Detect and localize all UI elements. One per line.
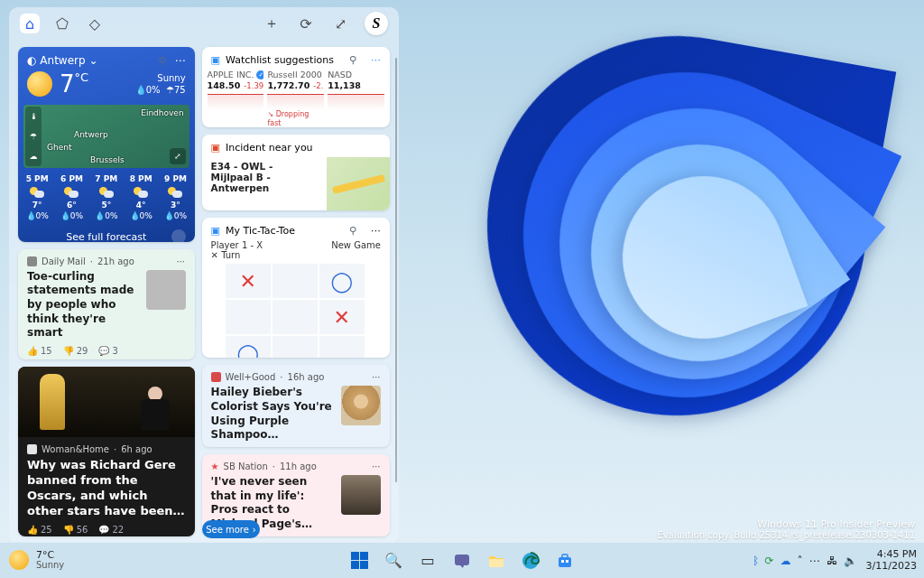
news-thumbnail	[341, 386, 381, 425]
svg-rect-5	[561, 560, 564, 563]
cell[interactable]	[319, 336, 365, 358]
cell[interactable]	[273, 336, 318, 358]
svg-rect-0	[455, 555, 469, 565]
dislike-button[interactable]: 👎 56	[63, 525, 88, 535]
search-button[interactable]: 🔍	[379, 546, 408, 575]
map-expand-icon[interactable]: ⤢	[170, 148, 186, 164]
weather-map-tools[interactable]: 🌡☂☁	[25, 107, 42, 166]
cell[interactable]: ✕	[319, 300, 365, 334]
cell[interactable]	[273, 300, 318, 334]
news-title: Why was Richard Gere banned from the Osc…	[27, 458, 186, 519]
weather-hourly-forecast: 5 PM7°💧0% 6 PM6°💧0% 7 PM5°💧0% 8 PM4°💧0% …	[18, 170, 195, 226]
weather-provider-icon: ◐	[27, 54, 36, 67]
tictactoe-widget[interactable]: ▣My Tic-Tac-Toe⚲⋯ Player 1 - X✕ TurnNew …	[202, 218, 390, 358]
sun-icon	[9, 550, 29, 570]
tray-overflow-icon[interactable]: ⋯	[809, 555, 820, 567]
see-more-button[interactable]: See more ›	[202, 520, 260, 538]
watchlist-widget[interactable]: ▣Watchlist suggestions⚲⋯ APPLE INC.✓ 148…	[202, 47, 390, 127]
news-card[interactable]: Well+Good · 16h ago⋯ Hailey Bieber's Col…	[202, 365, 390, 447]
news-title: Hailey Bieber's Colorist Says You're Usi…	[211, 386, 334, 442]
widgets-plants-button[interactable]: ⬠	[52, 14, 72, 33]
dislike-button[interactable]: 👎 29	[63, 346, 88, 356]
widgets-scrollbar[interactable]	[395, 58, 397, 482]
widgets-tag-button[interactable]: ◇	[85, 14, 105, 33]
chevron-down-icon[interactable]: ⌄	[89, 54, 98, 67]
sync-icon[interactable]: ⟳	[765, 555, 774, 567]
onedrive-icon[interactable]: ☁	[781, 555, 791, 567]
network-icon[interactable]: 🖧	[827, 555, 837, 567]
widgets-expand-button[interactable]: ⤢	[330, 14, 350, 33]
store-button[interactable]	[550, 546, 579, 575]
chat-button[interactable]	[448, 546, 476, 575]
taskview-button[interactable]: ▭	[413, 546, 442, 575]
clock[interactable]: 4:45 PM 3/11/2023	[866, 549, 917, 571]
weather-map[interactable]: 🌡☂☁ Eindhoven Antwerp Ghent Brussels ⤢	[23, 105, 189, 168]
cell[interactable]: ✕	[226, 264, 271, 298]
weather-condition: Sunny	[135, 72, 186, 84]
pin-icon[interactable]: ⚲	[159, 55, 166, 67]
like-button[interactable]: 👍 15	[27, 346, 52, 356]
new-game-button[interactable]: New Game	[331, 240, 381, 260]
news-hero-image	[18, 367, 195, 437]
taskbar: 7°CSunny 🔍 ▭ ᛒ ⟳ ☁ ˄ ⋯ 🖧 🔈 4:45 PM 3/11/…	[0, 542, 924, 578]
news-title: Toe-curling statements made by people wh…	[27, 270, 139, 340]
bluetooth-icon[interactable]: ᛒ	[753, 555, 759, 567]
more-icon[interactable]: ⋯	[371, 225, 381, 237]
weather-humidity: 75	[174, 85, 186, 95]
widgets-panel: ⌂ ⬠ ◇ ＋ ⟳ ⤢ S ◐ Antwerp ⌄ ⚲ ⋯	[9, 7, 399, 544]
avatar[interactable]: S	[365, 12, 388, 35]
widgets-home-button[interactable]: ⌂	[20, 14, 40, 33]
see-full-forecast-link[interactable]: See full forecast	[18, 226, 195, 242]
more-icon[interactable]: ⋯	[175, 54, 186, 67]
cell[interactable]: ◯	[226, 336, 271, 358]
weather-unit: °C	[75, 70, 89, 84]
desktop-wallpaper	[379, 0, 924, 542]
start-button[interactable]	[345, 546, 374, 575]
ticker[interactable]: NASD 11,138	[328, 70, 384, 127]
widgets-toolbar: ⌂ ⬠ ◇ ＋ ⟳ ⤢ S	[9, 7, 399, 40]
pin-icon[interactable]: ⚲	[349, 225, 356, 237]
tictactoe-board: ✕◯ ✕ ◯	[226, 264, 366, 358]
sun-icon	[27, 71, 52, 97]
like-button[interactable]: 👍 25	[27, 525, 52, 535]
file-explorer-button[interactable]	[482, 546, 511, 575]
ticker[interactable]: Russell 2000+ 1,772.70-2.95% ↘ Dropping …	[267, 70, 324, 127]
tray-chevron-icon[interactable]: ˄	[798, 555, 803, 567]
cell[interactable]	[273, 264, 318, 298]
news-thumbnail	[341, 475, 381, 515]
comment-button[interactable]: 💬 3	[98, 346, 117, 356]
svg-rect-1	[489, 559, 504, 567]
edge-button[interactable]	[516, 546, 545, 575]
incident-text: E34 - OWL - Mijlpaal B - Antwerpen	[202, 157, 327, 210]
news-thumbnail	[146, 270, 186, 310]
weather-precip: 0%	[146, 85, 161, 95]
ticker[interactable]: APPLE INC.✓ 148.50-1.39%	[208, 70, 264, 127]
pin-icon[interactable]: ⚲	[349, 54, 356, 66]
news-card[interactable]: Woman&Home · 6h ago Why was Richard Gere…	[18, 367, 195, 536]
widgets-add-button[interactable]: ＋	[262, 14, 282, 33]
volume-icon[interactable]: 🔈	[844, 555, 857, 567]
system-tray[interactable]: ᛒ ⟳ ☁ ˄ ⋯ 🖧 🔈	[753, 555, 857, 567]
more-icon[interactable]: ⋯	[371, 54, 381, 66]
taskbar-widgets-button[interactable]: 7°CSunny	[0, 550, 73, 570]
weather-location: Antwerp	[40, 54, 85, 67]
comment-button[interactable]: 💬 22	[98, 525, 124, 535]
cell[interactable]: ◯	[319, 264, 365, 298]
weather-widget[interactable]: ◐ Antwerp ⌄ ⚲ ⋯ 7°C Sunny 💧0% ☂75 🌡☂☁	[18, 47, 195, 242]
incident-map	[327, 157, 390, 210]
news-card[interactable]: Daily Mail · 21h ago⋯ Toe-curling statem…	[18, 249, 195, 360]
weather-temp: 7	[60, 70, 75, 98]
build-watermark: Windows 11 Pro Insider Preview Evaluatio…	[657, 518, 915, 540]
svg-rect-6	[566, 560, 568, 563]
widgets-refresh-button[interactable]: ⟳	[296, 14, 316, 33]
cell[interactable]	[226, 300, 271, 334]
incident-widget[interactable]: ▣Incident near you E34 - OWL - Mijlpaal …	[202, 135, 390, 210]
svg-rect-4	[562, 555, 568, 558]
